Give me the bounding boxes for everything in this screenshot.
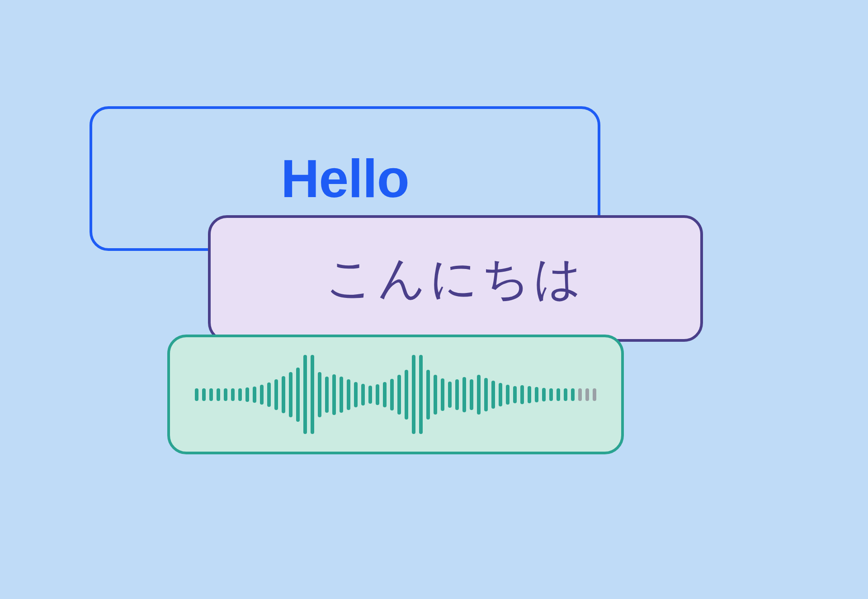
waveform-bar (484, 378, 488, 411)
waveform-bar (441, 378, 444, 411)
illustration-container: Hello こんにちは (0, 0, 868, 599)
audio-waveform-bubble (167, 335, 624, 454)
waveform-bar (195, 388, 198, 401)
waveform-bar (585, 388, 589, 401)
waveform-bar (593, 388, 596, 401)
waveform-bar (217, 388, 220, 401)
waveform-bar (499, 383, 502, 406)
waveform-bar (513, 386, 517, 403)
waveform-bar (282, 376, 285, 413)
waveform-bar (571, 388, 575, 401)
waveform-bar (491, 381, 495, 409)
waveform-bar (231, 388, 235, 401)
english-greeting-text: Hello (281, 148, 409, 209)
waveform-bar (426, 370, 430, 420)
waveform-bar (383, 382, 387, 407)
waveform-bar (224, 388, 227, 401)
waveform-bar (238, 388, 242, 401)
waveform-bar (340, 377, 343, 413)
japanese-text-bubble: こんにちは (208, 215, 703, 342)
waveform-bar (557, 388, 560, 401)
waveform-bar (325, 377, 329, 413)
waveform-bar (318, 372, 321, 417)
waveform-bar (412, 355, 415, 434)
japanese-greeting-text: こんにちは (326, 247, 585, 311)
waveform-bar (549, 388, 553, 401)
waveform-bar (245, 387, 249, 402)
waveform-bar (578, 388, 582, 401)
waveform-bar (455, 379, 459, 410)
waveform-bar (477, 375, 481, 415)
waveform-bar (506, 385, 509, 405)
waveform-bar (347, 379, 350, 410)
waveform-bar (448, 382, 452, 408)
waveform-bar (405, 370, 408, 420)
waveform-bar (376, 384, 379, 405)
waveform-bar (303, 355, 307, 434)
waveform-bar (332, 374, 336, 415)
waveform-bar (361, 384, 365, 406)
waveform-bar (390, 379, 394, 410)
waveform-icon (170, 337, 621, 452)
waveform-bar (311, 355, 314, 434)
waveform-bar (470, 379, 473, 410)
waveform-bar (296, 368, 300, 422)
waveform-bar (289, 372, 292, 417)
waveform-bar (564, 388, 567, 401)
waveform-bar (462, 377, 466, 412)
waveform-bar (267, 382, 271, 407)
waveform-bar (535, 387, 538, 402)
waveform-bar (354, 382, 358, 407)
waveform-bar (528, 386, 531, 403)
waveform-bar (368, 386, 372, 404)
waveform-bar (397, 375, 401, 415)
waveform-bar (209, 388, 213, 401)
waveform-bar (419, 355, 423, 434)
waveform-bar (520, 385, 524, 404)
waveform-bar (202, 388, 206, 401)
waveform-bar (260, 385, 264, 405)
waveform-bar (542, 388, 546, 401)
waveform-bar (434, 375, 437, 415)
waveform-bar (253, 387, 256, 403)
waveform-bar (274, 379, 278, 410)
